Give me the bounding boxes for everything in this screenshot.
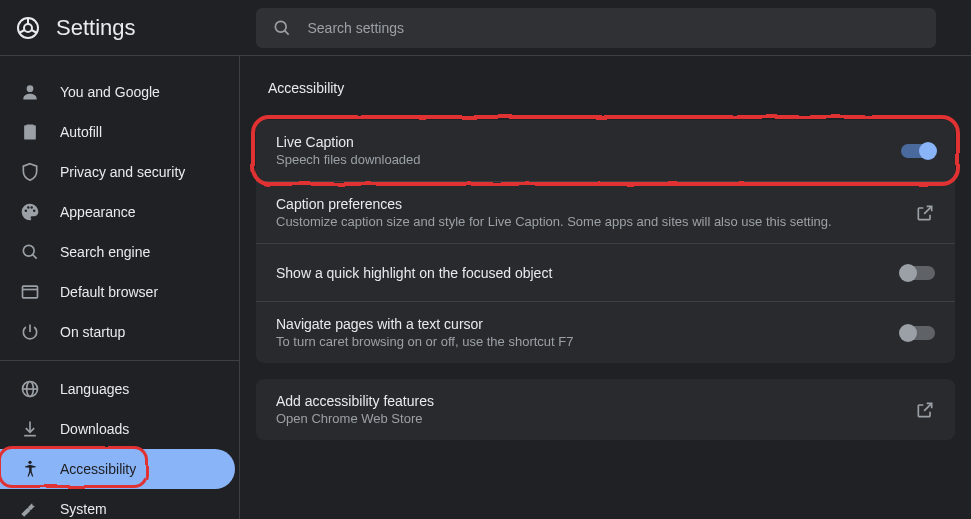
browser-icon xyxy=(20,282,40,302)
sidebar-item-label: Accessibility xyxy=(60,461,136,477)
svg-line-9 xyxy=(33,255,37,259)
header-title: Settings xyxy=(56,15,136,41)
sidebar-item-label: Downloads xyxy=(60,421,129,437)
row-subtitle: Speech files downloaded xyxy=(276,152,885,167)
svg-point-16 xyxy=(28,461,31,464)
sidebar-item-label: On startup xyxy=(60,324,125,340)
chrome-logo-icon xyxy=(16,16,40,40)
row-subtitle: Open Chrome Web Store xyxy=(276,411,899,426)
search-input[interactable] xyxy=(308,20,920,36)
palette-icon xyxy=(20,202,40,222)
row-live-caption[interactable]: Live Caption Speech files downloaded xyxy=(256,120,955,182)
row-add-features[interactable]: Add accessibility features Open Chrome W… xyxy=(256,379,955,440)
accessibility-icon xyxy=(20,459,40,479)
external-link-icon xyxy=(915,203,935,223)
search-icon xyxy=(20,242,40,262)
sidebar-item-accessibility[interactable]: Accessibility xyxy=(0,449,235,489)
wrench-icon xyxy=(20,499,40,519)
row-subtitle: Customize caption size and style for Liv… xyxy=(276,214,899,229)
sidebar-item-system[interactable]: System xyxy=(0,489,235,519)
row-title: Show a quick highlight on the focused ob… xyxy=(276,265,885,281)
sidebar-item-label: Languages xyxy=(60,381,129,397)
sidebar-item-search-engine[interactable]: Search engine xyxy=(0,232,235,272)
row-title: Caption preferences xyxy=(276,196,899,212)
svg-rect-10 xyxy=(23,286,38,298)
row-title: Add accessibility features xyxy=(276,393,899,409)
sidebar-item-label: Autofill xyxy=(60,124,102,140)
sidebar-item-downloads[interactable]: Downloads xyxy=(0,409,235,449)
svg-line-3 xyxy=(19,30,25,33)
row-focus-highlight[interactable]: Show a quick highlight on the focused ob… xyxy=(256,244,955,302)
sidebar-item-label: System xyxy=(60,501,107,517)
content: Accessibility Live Caption Speech files … xyxy=(240,56,971,519)
page-title: Accessibility xyxy=(256,80,955,96)
shield-icon xyxy=(20,162,40,182)
row-title: Navigate pages with a text cursor xyxy=(276,316,885,332)
svg-point-8 xyxy=(23,245,34,256)
sidebar-item-autofill[interactable]: Autofill xyxy=(0,112,235,152)
clipboard-icon xyxy=(20,122,40,142)
external-link-icon xyxy=(915,400,935,420)
sidebar-divider xyxy=(0,360,239,361)
globe-icon xyxy=(20,379,40,399)
svg-line-6 xyxy=(284,30,288,34)
svg-point-7 xyxy=(27,85,34,92)
sidebar-item-label: Appearance xyxy=(60,204,136,220)
settings-card-1: Live Caption Speech files downloaded Cap… xyxy=(256,120,955,363)
sidebar-item-on-startup[interactable]: On startup xyxy=(0,312,235,352)
sidebar-item-label: You and Google xyxy=(60,84,160,100)
sidebar-item-privacy[interactable]: Privacy and security xyxy=(0,152,235,192)
sidebar-item-label: Privacy and security xyxy=(60,164,185,180)
sidebar-item-appearance[interactable]: Appearance xyxy=(0,192,235,232)
row-caption-preferences[interactable]: Caption preferences Customize caption si… xyxy=(256,182,955,244)
person-icon xyxy=(20,82,40,102)
sidebar: You and Google Autofill Privacy and secu… xyxy=(0,56,240,519)
sidebar-item-label: Search engine xyxy=(60,244,150,260)
sidebar-item-languages[interactable]: Languages xyxy=(0,369,235,409)
row-text-cursor[interactable]: Navigate pages with a text cursor To tur… xyxy=(256,302,955,363)
svg-point-1 xyxy=(24,24,32,32)
toggle-text-cursor[interactable] xyxy=(901,326,935,340)
download-icon xyxy=(20,419,40,439)
sidebar-item-you-and-google[interactable]: You and Google xyxy=(0,72,235,112)
toggle-focus-highlight[interactable] xyxy=(901,266,935,280)
svg-point-5 xyxy=(275,21,286,32)
search-box[interactable] xyxy=(256,8,936,48)
row-subtitle: To turn caret browsing on or off, use th… xyxy=(276,334,885,349)
sidebar-item-label: Default browser xyxy=(60,284,158,300)
svg-line-4 xyxy=(32,30,38,33)
settings-card-2: Add accessibility features Open Chrome W… xyxy=(256,379,955,440)
row-title: Live Caption xyxy=(276,134,885,150)
power-icon xyxy=(20,322,40,342)
sidebar-item-default-browser[interactable]: Default browser xyxy=(0,272,235,312)
toggle-live-caption[interactable] xyxy=(901,144,935,158)
header: Settings xyxy=(0,0,971,56)
search-icon xyxy=(272,18,292,38)
